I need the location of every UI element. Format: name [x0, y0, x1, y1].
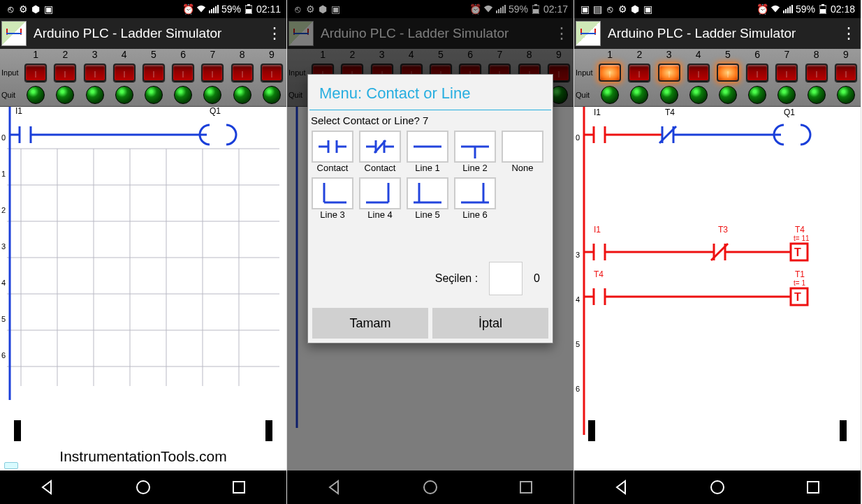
option-grid: Contact Contact Line 1 Line 2 None Line …: [308, 131, 553, 220]
option-line-5[interactable]: Line 5: [406, 177, 449, 220]
input-switch[interactable]: [717, 64, 739, 82]
svg-rect-1: [211, 9, 212, 13]
scroll-handle[interactable]: [840, 420, 847, 441]
input-switch[interactable]: [746, 64, 768, 82]
nav-bar: [574, 470, 861, 504]
app-bar: Arduino PLC - Ladder Simulator ⋮: [574, 18, 861, 49]
app-title: Arduino PLC - Ladder Simulator: [34, 26, 264, 41]
nav-home-icon[interactable]: [703, 477, 731, 498]
ad-text: InstrumentationTools.com: [59, 448, 226, 465]
input-switch[interactable]: [201, 64, 224, 82]
dialog-title: Menu: Contact or Line: [308, 75, 553, 110]
option-label: Line 3: [320, 209, 344, 220]
option-line-1[interactable]: Line 1: [406, 131, 449, 173]
input-switch[interactable]: [687, 64, 710, 82]
nav-home-icon[interactable]: [129, 477, 157, 498]
nav-back-icon[interactable]: [608, 477, 636, 498]
input-switch[interactable]: [231, 64, 254, 82]
option-label: Line 2: [462, 163, 487, 173]
option-line-3[interactable]: Line 3: [311, 177, 354, 220]
col-num: 4: [684, 49, 713, 61]
battery-icon: [818, 4, 828, 14]
svg-point-36: [137, 481, 149, 494]
option-contact-nc[interactable]: Contact: [358, 131, 402, 173]
svg-rect-71: [787, 8, 789, 13]
android-icon: ⬢: [31, 4, 41, 14]
quit-label[interactable]: Quit: [574, 91, 595, 99]
svg-text:t= 11: t= 11: [794, 235, 810, 242]
input-switch[interactable]: [84, 64, 106, 82]
overflow-menu-icon[interactable]: ⋮: [838, 26, 859, 41]
svg-text:I1: I1: [594, 225, 601, 235]
overflow-menu-icon[interactable]: ⋮: [264, 26, 285, 41]
battery-text: 59%: [221, 3, 241, 15]
svg-text:T: T: [794, 246, 801, 258]
col-num: 7: [198, 49, 227, 61]
option-line-2[interactable]: Line 2: [453, 131, 497, 173]
input-switch[interactable]: [835, 64, 857, 82]
svg-text:6: 6: [1, 351, 6, 360]
dialog-scrim[interactable]: Menu: Contact or Line Select Contact or …: [287, 0, 574, 504]
scroll-handle[interactable]: [588, 420, 595, 441]
io-panel: 1 2 3 4 5 6 7 8 9 Input Quit: [0, 49, 286, 107]
scroll-handle[interactable]: [14, 420, 21, 441]
status-bar: ⎋ ⚙ ⬢ ▣ ⏰ 59% 02:11: [0, 0, 286, 18]
input-switch[interactable]: [775, 64, 798, 82]
ladder-canvas[interactable]: 0 3 4 5 6 I1 T4 Q1 I1 T3 T4 t= 11: [574, 107, 861, 470]
col-num: 6: [743, 49, 772, 61]
scroll-handle[interactable]: [265, 420, 272, 441]
svg-text:T: T: [794, 291, 801, 303]
output-led: [145, 86, 163, 104]
input-switch[interactable]: [54, 64, 76, 82]
option-contact-no[interactable]: Contact: [311, 131, 354, 173]
svg-text:T4: T4: [594, 269, 604, 279]
output-led: [174, 86, 192, 104]
svg-text:Q1: Q1: [784, 108, 795, 117]
ad-banner[interactable]: InstrumentationTools.com: [0, 443, 286, 470]
svg-text:t= 1: t= 1: [794, 279, 805, 287]
gallery-icon: ▤: [592, 4, 602, 14]
signal-icon: [783, 4, 793, 14]
selection-value: 0: [534, 272, 540, 285]
contact-line-dialog: Menu: Contact or Line Select Contact or …: [307, 74, 553, 343]
ad-badge-icon: [4, 462, 18, 469]
dialog-subtitle: Select Contact or Line? 7: [308, 114, 553, 131]
cancel-button[interactable]: İptal: [432, 308, 548, 339]
output-led: [233, 86, 251, 104]
input-switch[interactable]: [261, 64, 283, 82]
option-line-6[interactable]: Line 6: [453, 177, 497, 220]
nav-recent-icon[interactable]: [799, 477, 827, 498]
col-num: 6: [168, 49, 198, 61]
svg-rect-70: [785, 9, 787, 13]
screen-1: ⎋ ⚙ ⬢ ▣ ⏰ 59% 02:11 Arduino PLC - Ladder…: [0, 0, 287, 504]
svg-text:5: 5: [1, 315, 6, 323]
option-label: Contact: [365, 163, 396, 173]
input-switch[interactable]: [143, 64, 165, 82]
input-switch[interactable]: [628, 64, 650, 82]
svg-text:Q1: Q1: [210, 107, 221, 116]
screen-2: ⎋ ⚙ ⬢ ▣ ⏰ 59% 02:17 Arduino PLC - Ladder…: [287, 0, 574, 504]
output-led: [601, 86, 619, 104]
output-led: [808, 86, 826, 104]
nav-recent-icon[interactable]: [225, 477, 253, 498]
clock-time: 02:18: [831, 3, 855, 15]
input-switch[interactable]: [24, 64, 47, 82]
svg-rect-7: [246, 9, 251, 13]
svg-text:T3: T3: [718, 225, 728, 235]
input-switch[interactable]: [658, 64, 680, 82]
input-switch[interactable]: [805, 64, 828, 82]
input-switch[interactable]: [172, 64, 194, 82]
quit-label[interactable]: Quit: [0, 91, 21, 99]
svg-rect-37: [233, 482, 244, 493]
output-led: [660, 86, 678, 104]
option-none[interactable]: None: [501, 131, 544, 173]
svg-rect-69: [783, 10, 784, 13]
ladder-canvas[interactable]: 0 1 2 3 4 5 6 I1 Q1 InstrumentationTools…: [0, 107, 286, 470]
nav-back-icon[interactable]: [34, 477, 61, 498]
svg-text:0: 0: [1, 133, 6, 142]
ok-button[interactable]: Tamam: [312, 308, 428, 339]
input-switch[interactable]: [599, 64, 621, 82]
usb-icon: ⎋: [6, 4, 15, 14]
input-switch[interactable]: [113, 64, 136, 82]
option-line-4[interactable]: Line 4: [358, 177, 402, 220]
